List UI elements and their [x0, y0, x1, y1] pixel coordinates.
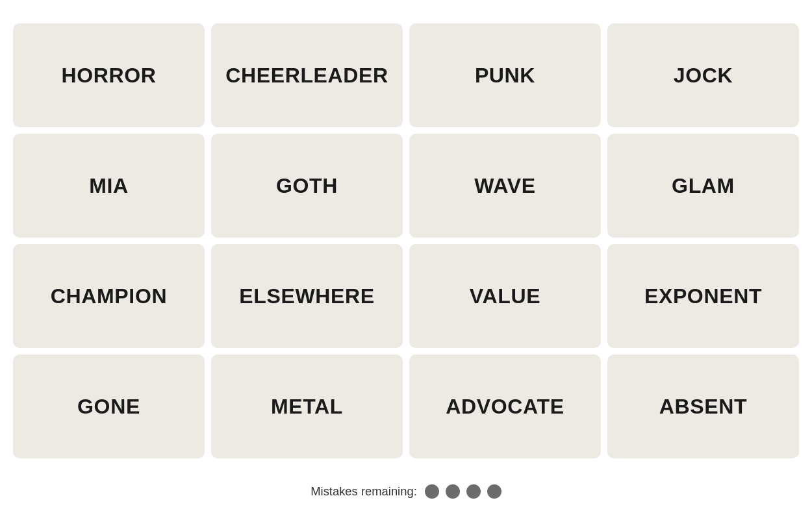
word-card-value[interactable]: VALUE — [409, 244, 601, 348]
word-label-absent: ABSENT — [659, 395, 747, 419]
word-label-punk: PUNK — [475, 64, 535, 88]
word-card-glam[interactable]: GLAM — [607, 134, 799, 238]
word-label-exponent: EXPONENT — [644, 284, 762, 308]
word-label-jock: JOCK — [674, 64, 733, 88]
mistakes-section: Mistakes remaining: — [311, 484, 501, 499]
word-card-exponent[interactable]: EXPONENT — [607, 244, 799, 348]
word-card-absent[interactable]: ABSENT — [607, 354, 799, 458]
word-label-goth: GOTH — [276, 174, 338, 198]
word-card-goth[interactable]: GOTH — [211, 134, 403, 238]
word-card-jock[interactable]: JOCK — [607, 23, 799, 127]
word-label-value: VALUE — [470, 284, 540, 308]
word-label-horror: HORROR — [61, 64, 156, 88]
word-grid: HORRORCHEERLEADERPUNKJOCKMIAGOTHWAVEGLAM… — [13, 23, 799, 458]
mistake-dot-4 — [487, 484, 501, 499]
word-card-champion[interactable]: CHAMPION — [13, 244, 205, 348]
word-card-advocate[interactable]: ADVOCATE — [409, 354, 601, 458]
word-label-glam: GLAM — [672, 174, 735, 198]
word-label-wave: WAVE — [474, 174, 535, 198]
word-card-metal[interactable]: METAL — [211, 354, 403, 458]
word-label-champion: CHAMPION — [51, 284, 167, 308]
word-label-advocate: ADVOCATE — [446, 395, 564, 419]
word-label-cheerleader: CHEERLEADER — [225, 64, 388, 88]
word-label-mia: MIA — [89, 174, 129, 198]
word-card-gone[interactable]: GONE — [13, 354, 205, 458]
word-card-cheerleader[interactable]: CHEERLEADER — [211, 23, 403, 127]
mistakes-label: Mistakes remaining: — [311, 484, 417, 499]
word-card-mia[interactable]: MIA — [13, 134, 205, 238]
mistakes-dots — [425, 484, 501, 499]
word-label-elsewhere: ELSEWHERE — [239, 284, 374, 308]
word-label-gone: GONE — [77, 395, 140, 419]
mistake-dot-2 — [446, 484, 460, 499]
word-card-punk[interactable]: PUNK — [409, 23, 601, 127]
mistake-dot-1 — [425, 484, 439, 499]
mistake-dot-3 — [466, 484, 481, 499]
word-card-wave[interactable]: WAVE — [409, 134, 601, 238]
word-card-horror[interactable]: HORROR — [13, 23, 205, 127]
word-card-elsewhere[interactable]: ELSEWHERE — [211, 244, 403, 348]
word-label-metal: METAL — [271, 395, 343, 419]
